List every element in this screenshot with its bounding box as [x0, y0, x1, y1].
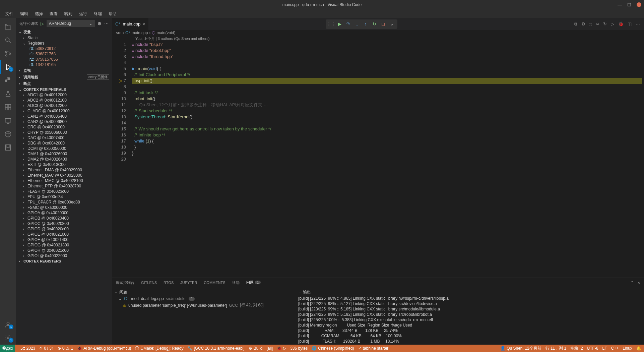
- panel-close-icon[interactable]: ×: [637, 280, 640, 285]
- panel-maximize-icon[interactable]: ⌃: [630, 280, 634, 285]
- panel-tab[interactable]: 调试控制台: [116, 278, 134, 287]
- register-item[interactable]: r0:536870912: [16, 46, 112, 51]
- more-icon[interactable]: ⋯: [636, 21, 640, 27]
- step-over-icon[interactable]: ↷: [344, 20, 352, 28]
- section-variables[interactable]: ⌄变量: [16, 29, 112, 35]
- step-into-icon[interactable]: ↓: [353, 20, 361, 28]
- run-debug-icon[interactable]: 1: [0, 60, 16, 74]
- gear-icon[interactable]: ⚙: [98, 21, 102, 26]
- continue-icon[interactable]: ▶: [336, 20, 344, 28]
- gear-icon[interactable]: ⚙: [581, 21, 585, 27]
- menu-item[interactable]: 运行: [76, 10, 90, 17]
- menu-item[interactable]: 编辑: [17, 10, 31, 17]
- close-icon[interactable]: [637, 2, 641, 7]
- peripheral-item[interactable]: ›GPIOI @ 0x40022000: [16, 253, 112, 258]
- peripheral-item[interactable]: ›GPIOG @ 0x40021800: [16, 242, 112, 248]
- more-icon[interactable]: ⋯: [104, 21, 109, 26]
- status-bytes[interactable]: 336 bytes: [290, 346, 308, 351]
- debug-config-selector[interactable]: ARM-Debug ⌄: [47, 20, 95, 27]
- peripheral-item[interactable]: ›CRYP @ 0x50060000: [16, 130, 112, 135]
- step-out-icon[interactable]: ↑: [362, 20, 370, 28]
- peripheral-item[interactable]: ›Ethernet_MMC @ 0x40028100: [16, 178, 112, 183]
- peripheral-item[interactable]: ›C_ADC @ 0x40012300: [16, 108, 112, 114]
- status-spaces[interactable]: 空格: 2: [570, 346, 583, 351]
- peripheral-item[interactable]: ›CAN2 @ 0x40006800: [16, 119, 112, 124]
- status-lang[interactable]: 🌐Chinese (Simplified): [312, 346, 354, 351]
- peripheral-item[interactable]: ›GPIOD @ 0x40020c00: [16, 226, 112, 232]
- peripheral-item[interactable]: ›GPIOA @ 0x40020000: [16, 210, 112, 216]
- test-icon[interactable]: [0, 87, 16, 101]
- section-breakpoints[interactable]: ›断点: [16, 80, 112, 87]
- problem-file[interactable]: ⌄ C⁺ mod_dual_leg.cpp src/module 1: [115, 296, 293, 302]
- menu-item[interactable]: 查看: [47, 10, 60, 17]
- peripheral-item[interactable]: ›Ethernet_MAC @ 0x40028000: [16, 173, 112, 178]
- refresh-icon[interactable]: ↻: [603, 21, 607, 27]
- problem-item[interactable]: ⚠ unused parameter 'sample_freq' [-Wunus…: [115, 302, 293, 309]
- register-item[interactable]: r2:3758157056: [16, 57, 112, 62]
- problems-header[interactable]: ⌄问题: [115, 289, 293, 296]
- stop-icon[interactable]: ◻: [379, 20, 387, 28]
- breadcrumb[interactable]: src › C⁺ main.cpp › ⬡ main(void): [112, 30, 644, 36]
- extensions-icon[interactable]: [0, 101, 16, 114]
- python-icon[interactable]: [0, 74, 16, 87]
- menu-item[interactable]: 终端: [91, 10, 105, 17]
- peripheral-item[interactable]: ›GPIOH @ 0x40021c00: [16, 248, 112, 253]
- peripheral-item[interactable]: ›ADC2 @ 0x40012100: [16, 98, 112, 103]
- peripheral-item[interactable]: ›GPIOE @ 0x40021000: [16, 232, 112, 237]
- status-langmode[interactable]: C++: [611, 346, 619, 351]
- peripheral-item[interactable]: ›FPU @ 0xe000ef34: [16, 194, 112, 199]
- split-icon[interactable]: ◫: [628, 21, 632, 27]
- peripheral-item[interactable]: ›CAN1 @ 0x40006400: [16, 114, 112, 119]
- status-problems[interactable]: ⊗0 ⚠1: [58, 346, 73, 351]
- peripheral-item[interactable]: ›DMA1 @ 0x40026000: [16, 151, 112, 157]
- panel-tab[interactable]: JUPYTER: [180, 279, 197, 287]
- peripheral-item[interactable]: ›DAC @ 0x40007400: [16, 135, 112, 140]
- explorer-icon[interactable]: [0, 20, 16, 34]
- status-cmake[interactable]: ⓘCMake: [Debug]: Ready: [135, 346, 183, 351]
- peripheral-item[interactable]: ›FPU_CPACR @ 0xe000ed88: [16, 199, 112, 205]
- status-debug[interactable]: 🐞ARM-Debug (qdu-rm-mcu): [77, 346, 131, 351]
- tab-main-cpp[interactable]: C⁺ main.cpp ×: [112, 18, 148, 30]
- remote-icon[interactable]: [0, 114, 16, 127]
- peripheral-item[interactable]: ›GPIOB @ 0x40020400: [16, 216, 112, 221]
- peripheral-item[interactable]: ›FSMC @ 0xa0000000: [16, 205, 112, 210]
- menu-item[interactable]: 文件: [3, 10, 16, 17]
- code-editor[interactable]: 123456▷ 7891011121314151617181920 #inclu…: [112, 42, 644, 278]
- peripheral-item[interactable]: ›Ethernet_DMA @ 0x40029000: [16, 167, 112, 173]
- restart-icon[interactable]: ↻: [371, 20, 379, 28]
- section-cortex-peripherals[interactable]: ⌄CORTEX PERIPHERALS: [16, 87, 112, 92]
- status-position[interactable]: 行 11，列 1: [545, 346, 567, 351]
- run-icon[interactable]: ▷: [611, 21, 614, 27]
- section-watch[interactable]: ›监视: [16, 67, 112, 74]
- status-branch[interactable]: ⎇2023: [20, 346, 36, 351]
- peripheral-item[interactable]: ›GPIOC @ 0x40020800: [16, 221, 112, 226]
- tree-item[interactable]: ⌄Registers: [16, 41, 112, 46]
- status-eol[interactable]: LF: [602, 346, 607, 351]
- menu-item[interactable]: 转到: [62, 10, 75, 17]
- account-icon[interactable]: 1: [0, 318, 16, 331]
- status-os[interactable]: Linux: [623, 346, 632, 351]
- search-icon[interactable]: [0, 34, 16, 47]
- minimize-icon[interactable]: —: [618, 2, 622, 7]
- panel-tab[interactable]: 终端: [232, 278, 240, 287]
- peripheral-item[interactable]: ›ADC1 @ 0x40012000: [16, 92, 112, 98]
- panel-tab[interactable]: 问题1: [246, 278, 261, 287]
- maximize-icon[interactable]: ☐: [627, 2, 631, 7]
- panel-tab[interactable]: COMMENTS: [204, 279, 225, 287]
- panel-tab[interactable]: RTOS: [164, 279, 174, 287]
- status-target[interactable]: [all]: [266, 346, 273, 351]
- output-header[interactable]: ⌄输出: [298, 289, 641, 296]
- settings-icon[interactable]: 1: [0, 331, 16, 345]
- status-build[interactable]: ⚙Build: [249, 346, 263, 351]
- tree-item[interactable]: ›Static: [16, 35, 112, 41]
- play-icon[interactable]: ▷: [41, 21, 44, 26]
- compass-icon[interactable]: ⧉: [574, 21, 577, 27]
- codelens[interactable]: You, 上个月 | 3 authors (Qu Shen and others…: [112, 36, 644, 42]
- peripheral-item[interactable]: ›DMA2 @ 0x40026400: [16, 157, 112, 162]
- section-cortex-registers[interactable]: ›CORTEX REGISTERS: [16, 258, 112, 264]
- register-item[interactable]: r1:536871768: [16, 51, 112, 57]
- status-sync[interactable]: ↻0↓ 3↑: [39, 346, 54, 351]
- status-kit[interactable]: 🔧[GCC 10.3.1 arm-none-eabi]: [187, 346, 244, 351]
- cube-icon[interactable]: [0, 127, 16, 141]
- minimap[interactable]: [642, 42, 644, 278]
